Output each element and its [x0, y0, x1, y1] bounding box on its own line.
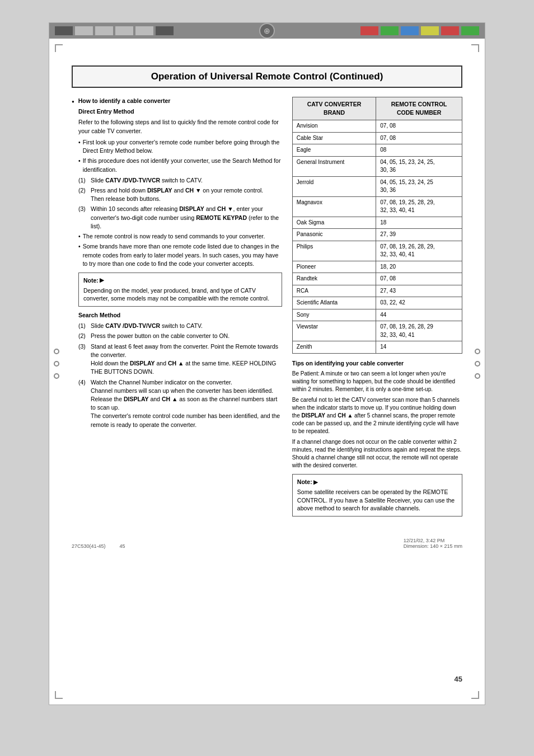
brand-cell: Cable Star [292, 132, 376, 144]
bullet-icon: • [78, 138, 81, 155]
footer-right: 12/21/02, 3:42 PMDimension: 140 × 215 mm [404, 538, 462, 549]
note-arrow-2: ▶ [313, 478, 318, 486]
binding-right [475, 349, 480, 379]
center-icon: ⊕ [259, 23, 275, 39]
note-box-2: Note: ▶ Some satellite receivers can be … [292, 474, 462, 516]
bar-seg-r2 [441, 26, 459, 35]
after-step-text-2: Some brands have more than one remote co… [83, 242, 282, 268]
step-num: (2) [78, 332, 88, 340]
bar-seg-6 [156, 26, 174, 35]
note-content-1: Depending on the model, year produced, b… [83, 287, 269, 302]
page-footer: 27C530(41-45) 45 12/21/02, 3:42 PMDimens… [49, 532, 485, 553]
tips-para-1: Be Patient: A minute or two can seem a l… [292, 370, 462, 393]
step-num: (3) [78, 342, 88, 377]
search-method-section: Search Method (1) Slide CATV /DVD-TV/VCR… [78, 311, 282, 429]
top-bar-left [55, 26, 174, 35]
corner-br [471, 691, 479, 699]
bar-seg-g [381, 26, 399, 35]
step-direct-2: (2) Press and hold down DISPLAY and CH ▼… [78, 186, 282, 203]
table-row: Anvision07, 08 [292, 120, 462, 133]
top-bar: ⊕ [49, 23, 485, 39]
section-title-text: How to identify a cable converter [78, 97, 171, 104]
brand-cell: Anvision [292, 120, 376, 133]
code-cell: 07, 08, 19, 26, 28, 29,32, 33, 40, 41 [376, 241, 462, 261]
brand-cell: Scientific Atlanta [292, 297, 376, 309]
binding-circle [475, 361, 480, 367]
binding-circle [54, 349, 59, 354]
table-col1-header: CATV CONVERTERBRAND [292, 97, 376, 120]
brand-cell: Magnavox [292, 196, 376, 217]
left-column: ● How to identify a cable converter Dire… [72, 97, 282, 431]
brand-cell: Zenith [292, 341, 376, 354]
brand-cell: Panasonic [292, 229, 376, 241]
brand-cell: Viewstar [292, 321, 376, 341]
page: ⊕ Operation of Universal Remote Control … [49, 22, 485, 705]
converter-table: CATV CONVERTERBRAND REMOTE CONTROLCODE N… [292, 97, 462, 354]
bar-seg-y [421, 26, 439, 35]
binding-left [54, 349, 59, 379]
after-step-text-1: The remote control is now ready to send … [83, 232, 265, 241]
step-text: Slide CATV /DVD-TV/VCR switch to CATV. [91, 176, 203, 185]
step-direct-1: (1) Slide CATV /DVD-TV/VCR switch to CAT… [78, 176, 282, 185]
bullet-icon: • [78, 232, 81, 241]
table-row: Cable Star07, 08 [292, 132, 462, 144]
code-cell: 04, 05, 15, 23, 24, 2530, 36 [376, 176, 462, 196]
bullet-icon: • [78, 157, 81, 173]
direct-entry-section: Direct Entry Method Refer to the followi… [78, 107, 282, 268]
step-text: Stand at least 6 feet away from the conv… [91, 342, 282, 377]
table-row: General Instrument04, 05, 15, 23, 24, 25… [292, 156, 462, 176]
binding-circle [54, 373, 59, 379]
top-bar-right [360, 26, 479, 35]
search-step-1: (1) Slide CATV /DVD-TV/VCR switch to CAT… [78, 322, 282, 330]
note-content-2: Some satellite receivers can be operated… [297, 489, 455, 511]
note-arrow: ▶ [100, 276, 104, 284]
content-area: Operation of Universal Remote Control (C… [49, 54, 485, 532]
bullet-item-2: • If this procedure does not identify yo… [78, 157, 282, 173]
brand-cell: General Instrument [292, 156, 376, 176]
after-step-2: • Some brands have more than one remote … [78, 242, 282, 268]
table-row: Magnavox07, 08, 19, 25, 28, 29,32, 33, 4… [292, 196, 462, 217]
table-row: Randtek07, 08 [292, 273, 462, 285]
code-cell: 27, 39 [376, 229, 462, 241]
step-direct-3: (3) Within 10 seconds after releasing DI… [78, 205, 282, 231]
tips-para-3: If a channel change does not occur on th… [292, 438, 462, 469]
step-text: Press the power button on the cable conv… [91, 332, 229, 340]
code-cell: 07, 08, 19, 26, 28, 2932, 33, 40, 41 [376, 321, 462, 341]
brand-cell: Philips [292, 241, 376, 261]
two-column-layout: ● How to identify a cable converter Dire… [72, 97, 462, 521]
bullet-icon: • [78, 242, 81, 268]
search-step-4: (4) Watch the Channel Number indicator o… [78, 378, 282, 429]
note-label-1: Note: ▶ [83, 276, 277, 285]
code-cell: 18 [376, 217, 462, 229]
step-text: Within 10 seconds after releasing DISPLA… [91, 205, 282, 231]
brand-cell: Oak Sigma [292, 217, 376, 229]
brand-cell: Eagle [292, 144, 376, 157]
direct-entry-intro: Refer to the following steps and list to… [78, 118, 282, 135]
step-num: (2) [78, 186, 88, 203]
code-cell: 08 [376, 144, 462, 157]
table-row: Sony44 [292, 309, 462, 321]
bar-seg-5 [135, 26, 153, 35]
tips-para-2: Be careful not to let the CATV converter… [292, 396, 462, 435]
bullet-text-2: If this procedure does not identify your… [83, 157, 282, 173]
brand-cell: Jerrold [292, 176, 376, 196]
bar-seg-2 [75, 26, 93, 35]
step-text: Press and hold down DISPLAY and CH ▼ on … [91, 186, 263, 203]
bar-seg-4 [115, 26, 133, 35]
table-row: RCA27, 43 [292, 285, 462, 297]
code-cell: 04, 05, 15, 23, 24, 25,30, 36 [376, 156, 462, 176]
brand-cell: Sony [292, 309, 376, 321]
binding-circle [475, 349, 480, 354]
code-cell: 07, 08, 19, 25, 28, 29,32, 33, 40, 41 [376, 196, 462, 217]
code-cell: 14 [376, 341, 462, 354]
code-cell: 07, 08 [376, 132, 462, 144]
step-num: (1) [78, 176, 88, 185]
step-text: Slide CATV /DVD-TV/VCR switch to CATV. [91, 322, 203, 330]
table-row: Zenith14 [292, 341, 462, 354]
table-row: Viewstar07, 08, 19, 26, 28, 2932, 33, 40… [292, 321, 462, 341]
code-cell: 44 [376, 309, 462, 321]
footer-left: 27C530(41-45) 45 [72, 543, 125, 549]
bar-seg-1 [55, 26, 73, 35]
binding-circle [475, 373, 480, 379]
code-cell: 03, 22, 42 [376, 297, 462, 309]
